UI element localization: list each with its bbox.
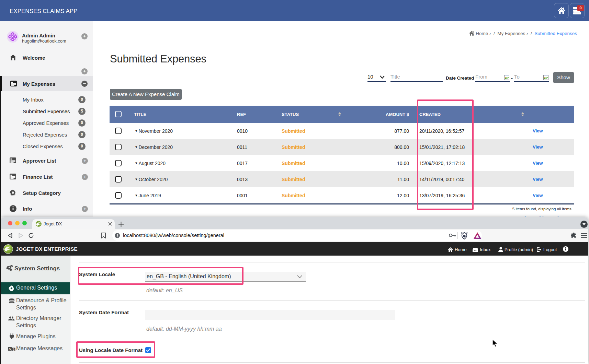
- svg-text:A: A: [9, 347, 11, 351]
- svg-text:文: 文: [12, 348, 15, 351]
